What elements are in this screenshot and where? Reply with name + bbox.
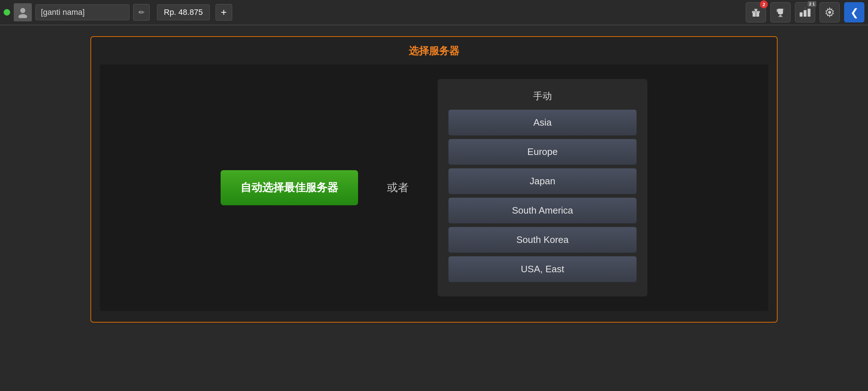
- server-option-usa--east[interactable]: USA, East: [448, 256, 637, 282]
- status-indicator: [4, 9, 10, 16]
- gear-icon: [825, 7, 835, 17]
- server-option-asia[interactable]: Asia: [448, 110, 637, 135]
- manual-title: 手动: [533, 90, 552, 102]
- svg-rect-7: [778, 16, 783, 17]
- edit-username-button[interactable]: ✏: [133, 4, 150, 21]
- svg-point-0: [20, 8, 25, 13]
- server-option-europe[interactable]: Europe: [448, 139, 637, 165]
- topbar: [ganti nama] ✏ Rp. 48.875 + 2: [0, 0, 868, 25]
- gift-icon: [751, 7, 761, 17]
- or-label: 或者: [387, 180, 409, 195]
- svg-rect-6: [779, 15, 782, 16]
- edit-icon: ✏: [139, 8, 145, 17]
- svg-point-12: [828, 11, 831, 14]
- dialog-inner: 自动选择最佳服务器 或者 手动 AsiaEuropeJapanSouth Ame…: [100, 64, 768, 311]
- settings-button[interactable]: [820, 2, 840, 22]
- username-display: [ganti nama]: [35, 4, 129, 20]
- server-option-south-america[interactable]: South America: [448, 198, 637, 223]
- dialog-title: 选择服务器: [100, 44, 768, 58]
- trophy-icon: [775, 7, 786, 17]
- rank-icon: 2: [799, 7, 811, 17]
- topbar-left: [ganti nama] ✏ Rp. 48.875 +: [4, 3, 746, 21]
- avatar: [14, 3, 32, 21]
- manual-panel: 手动 AsiaEuropeJapanSouth AmericaSouth Kor…: [438, 79, 647, 297]
- add-balance-button[interactable]: +: [216, 4, 232, 21]
- svg-text:2: 2: [804, 7, 806, 10]
- back-icon: ❮: [850, 7, 859, 18]
- svg-point-1: [18, 14, 27, 18]
- auto-select-button[interactable]: 自动选择最佳服务器: [221, 170, 358, 205]
- server-select-dialog: 选择服务器 自动选择最佳服务器 或者 手动 AsiaEuropeJapanSou…: [90, 36, 778, 323]
- rank-button[interactable]: 2 2 1: [795, 2, 815, 22]
- server-option-japan[interactable]: Japan: [448, 168, 637, 194]
- topbar-right: 2 2 2 1: [746, 2, 864, 22]
- plus-icon: +: [221, 7, 226, 18]
- avatar-icon: [17, 7, 29, 18]
- svg-rect-8: [800, 12, 803, 17]
- gift-badge: 2: [760, 0, 768, 8]
- svg-rect-10: [808, 9, 810, 17]
- svg-rect-9: [804, 10, 807, 17]
- server-list: AsiaEuropeJapanSouth AmericaSouth KoreaU…: [448, 110, 637, 282]
- back-button[interactable]: ❮: [844, 2, 864, 22]
- server-option-south-korea[interactable]: South Korea: [448, 227, 637, 253]
- svg-rect-5: [752, 11, 760, 12]
- balance-display: Rp. 48.875: [157, 4, 210, 20]
- svg-rect-4: [755, 12, 757, 17]
- rank-badge: 2 1: [808, 1, 816, 7]
- trophy-button[interactable]: [770, 2, 791, 22]
- main-content: 选择服务器 自动选择最佳服务器 或者 手动 AsiaEuropeJapanSou…: [0, 25, 868, 391]
- gift-button[interactable]: 2: [746, 2, 766, 22]
